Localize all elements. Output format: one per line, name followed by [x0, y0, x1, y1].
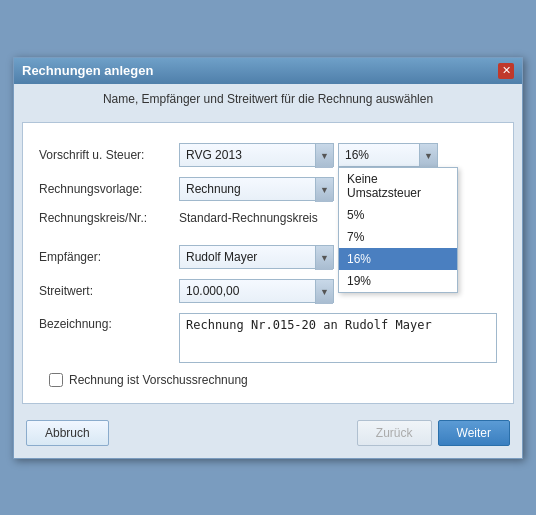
empfaenger-arrow-icon: ▼ [315, 246, 333, 270]
rechnungsvorlage-select[interactable]: Rechnung ▼ [179, 177, 334, 201]
tax-select[interactable]: 16% ▼ [338, 143, 438, 167]
dialog: Rechnungen anlegen ✕ Name, Empfänger und… [13, 57, 523, 459]
tax-option-16[interactable]: 16% [339, 248, 457, 270]
empfaenger-label: Empfänger: [39, 250, 179, 264]
tax-option-5[interactable]: 5% [339, 204, 457, 226]
close-button[interactable]: ✕ [498, 63, 514, 79]
checkbox-label[interactable]: Rechnung ist Vorschussrechnung [69, 373, 248, 387]
abbruch-button[interactable]: Abbruch [26, 420, 109, 446]
tax-select-text: 16% [339, 144, 375, 166]
rechnungsvorlage-label: Rechnungsvorlage: [39, 182, 179, 196]
dialog-footer: Abbruch Zurück Weiter [14, 412, 522, 458]
streitwert-select-text: 10.000,00 [180, 280, 245, 302]
bezeichnung-input[interactable] [179, 313, 497, 363]
rechnungsvorlage-select-text: Rechnung [180, 178, 247, 200]
bezeichnung-row: Bezeichnung: [39, 313, 497, 363]
streitwert-select[interactable]: 10.000,00 ▼ [179, 279, 334, 303]
vorschrift-select[interactable]: RVG 2013 ▼ [179, 143, 334, 167]
vorschrift-select-text: RVG 2013 [180, 144, 248, 166]
tax-option-keine[interactable]: Keine Umsatzsteuer [339, 168, 457, 204]
empfaenger-select[interactable]: Rudolf Mayer ▼ [179, 245, 334, 269]
rechnungsvorlage-arrow-icon: ▼ [315, 178, 333, 202]
nav-buttons: Zurück Weiter [357, 420, 510, 446]
weiter-button[interactable]: Weiter [438, 420, 510, 446]
bezeichnung-label: Bezeichnung: [39, 313, 179, 331]
empfaenger-select-text: Rudolf Mayer [180, 246, 263, 268]
tax-option-19[interactable]: 19% [339, 270, 457, 292]
vorschrift-arrow-icon: ▼ [315, 144, 333, 168]
vorschrift-row: Vorschrift u. Steuer: RVG 2013 ▼ 16% ▼ K… [39, 143, 497, 167]
dialog-title: Rechnungen anlegen [22, 63, 153, 78]
dialog-body: Vorschrift u. Steuer: RVG 2013 ▼ 16% ▼ K… [22, 122, 514, 404]
streitwert-arrow-icon: ▼ [315, 280, 333, 304]
tax-arrow-icon: ▼ [419, 144, 437, 168]
tax-option-7[interactable]: 7% [339, 226, 457, 248]
rechnungskreis-label: Rechnungskreis/Nr.: [39, 211, 179, 225]
rechnungskreis-value: Standard-Rechnungskreis [179, 211, 318, 225]
zurueck-button[interactable]: Zurück [357, 420, 432, 446]
checkbox-row: Rechnung ist Vorschussrechnung [49, 373, 497, 387]
close-icon: ✕ [502, 64, 511, 77]
vorschrift-label: Vorschrift u. Steuer: [39, 148, 179, 162]
tax-dropdown-menu: Keine Umsatzsteuer 5% 7% 16% 19% [338, 167, 458, 293]
streitwert-label: Streitwert: [39, 284, 179, 298]
titlebar: Rechnungen anlegen ✕ [14, 58, 522, 84]
dialog-subtitle: Name, Empfänger und Streitwert für die R… [14, 84, 522, 114]
vorschrift-controls: RVG 2013 ▼ 16% ▼ Keine Umsatzsteuer 5% 7… [179, 143, 497, 167]
tax-dropdown-container: 16% ▼ Keine Umsatzsteuer 5% 7% 16% 19% [338, 143, 438, 167]
vorschuss-checkbox[interactable] [49, 373, 63, 387]
